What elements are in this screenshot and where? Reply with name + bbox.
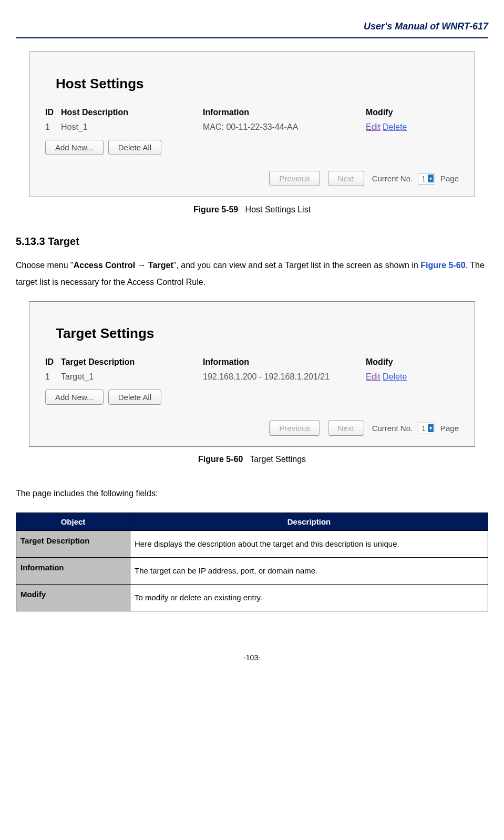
delete-link[interactable]: Delete (383, 122, 407, 131)
chevron-down-icon: ▾ (428, 424, 434, 432)
host-settings-panel: Host Settings ID Host Description Inform… (29, 52, 475, 197)
host-table-header: ID Host Description Information Modify (45, 108, 459, 117)
table-intro-text: The page includes the following fields: (16, 485, 488, 502)
desc-information: The target can be IP address, port, or d… (130, 558, 488, 585)
figure-59-label: Figure 5-59 (193, 205, 238, 214)
next-button[interactable]: Next (328, 421, 364, 436)
delete-all-button[interactable]: Delete All (108, 140, 161, 155)
col-information: Information (203, 108, 366, 117)
fields-table: Object Description Target Description He… (16, 513, 488, 611)
previous-button[interactable]: Previous (269, 421, 320, 436)
target-table-header: ID Target Description Information Modify (45, 357, 459, 367)
host-settings-title: Host Settings (56, 76, 459, 92)
current-no-label: Current No. (372, 174, 413, 183)
section-paragraph: Choose menu "Access Control → Target", a… (16, 257, 488, 291)
figure-59-caption: Figure 5-59 Host Settings List (16, 205, 488, 214)
col-id: ID (45, 108, 61, 117)
row-info: MAC: 00-11-22-33-44-AA (203, 122, 366, 132)
col-modify: Modify (366, 357, 459, 367)
figure-60-caption: Figure 5-60 Target Settings (16, 455, 488, 464)
obj-information: Information (16, 558, 130, 585)
desc-modify: To modify or delete an existing entry. (130, 585, 488, 611)
row-host-desc: Host_1 (61, 122, 203, 132)
figure-60-text: Target Settings (250, 455, 306, 464)
current-no-label: Current No. (372, 424, 413, 433)
header-divider (16, 37, 488, 38)
edit-link[interactable]: Edit (366, 122, 380, 131)
target-settings-panel: Target Settings ID Target Description In… (29, 301, 475, 447)
desc-target-description: Here displays the description about the … (130, 531, 488, 558)
table-row: Modify To modify or delete an existing e… (16, 585, 488, 611)
page-select-value: 1 (421, 175, 426, 183)
row-info: 192.168.1.200 - 192.168.1.201/21 (203, 372, 366, 382)
page-select-value: 1 (421, 424, 426, 433)
page-label: Page (440, 174, 459, 183)
obj-modify: Modify (16, 585, 130, 611)
next-button[interactable]: Next (328, 171, 364, 186)
delete-link[interactable]: Delete (383, 372, 407, 381)
doc-header-title: User's Manual of WNRT-617 (16, 21, 488, 32)
col-information: Information (203, 357, 366, 367)
page-select[interactable]: 1 ▾ (418, 173, 435, 185)
host-table-row: 1 Host_1 MAC: 00-11-22-33-44-AA Edit Del… (45, 122, 459, 132)
row-id: 1 (45, 372, 61, 382)
add-new-button[interactable]: Add New... (45, 140, 104, 155)
figure-59-text: Host Settings List (245, 205, 311, 214)
col-target-description: Target Description (61, 357, 203, 367)
page-label: Page (440, 424, 459, 433)
figure-reference: Figure 5-60 (420, 261, 465, 270)
target-settings-title: Target Settings (56, 325, 459, 342)
previous-button[interactable]: Previous (269, 171, 320, 186)
edit-link[interactable]: Edit (366, 372, 380, 381)
chevron-down-icon: ▾ (428, 175, 434, 182)
section-heading: 5.13.3 Target (16, 235, 488, 248)
add-new-button[interactable]: Add New... (45, 390, 104, 405)
row-target-desc: Target_1 (61, 372, 203, 382)
delete-all-button[interactable]: Delete All (108, 390, 161, 405)
row-id: 1 (45, 122, 61, 132)
table-row: Target Description Here displays the des… (16, 531, 488, 558)
th-description: Description (130, 513, 488, 531)
table-row: Information The target can be IP address… (16, 558, 488, 585)
col-modify: Modify (366, 108, 459, 117)
obj-target-description: Target Description (16, 531, 130, 558)
col-id: ID (45, 357, 61, 367)
col-host-description: Host Description (61, 108, 203, 117)
page-select[interactable]: 1 ▾ (418, 423, 435, 434)
th-object: Object (16, 513, 130, 531)
page-number: -103- (16, 653, 488, 662)
target-table-row: 1 Target_1 192.168.1.200 - 192.168.1.201… (45, 372, 459, 382)
figure-60-label: Figure 5-60 (198, 455, 243, 464)
